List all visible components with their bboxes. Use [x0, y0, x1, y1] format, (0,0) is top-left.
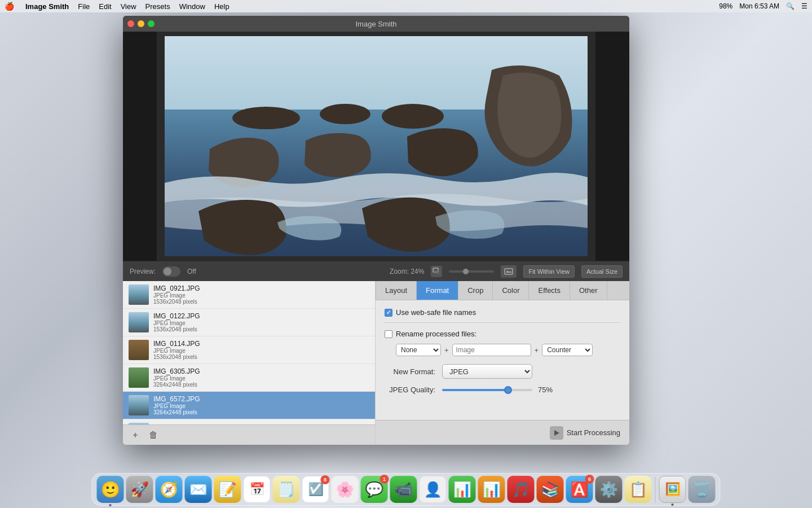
- window-title: Image Smith: [356, 20, 397, 28]
- close-button[interactable]: [127, 20, 134, 27]
- rename-label: Rename processed files:: [396, 330, 476, 338]
- dock-launchpad[interactable]: 🚀: [126, 476, 153, 503]
- traffic-lights: [127, 20, 155, 27]
- coastal-svg: [165, 36, 588, 256]
- menubar-view[interactable]: View: [121, 2, 136, 11]
- dock-numbers[interactable]: 📊: [449, 476, 476, 503]
- zoom-label: Zoom: 24%: [390, 268, 424, 275]
- dock-trash[interactable]: 🗑️: [689, 476, 716, 503]
- tab-other[interactable]: Other: [570, 281, 607, 300]
- menubar-presets[interactable]: Presets: [145, 2, 170, 11]
- quality-value: 75%: [538, 386, 558, 394]
- preview-toggle[interactable]: [162, 266, 180, 277]
- maximize-button[interactable]: [148, 20, 155, 27]
- play-triangle-icon: [554, 430, 559, 436]
- actual-size-button[interactable]: Actual Size: [581, 265, 623, 278]
- minimize-button[interactable]: [138, 20, 144, 27]
- file-info: IMG_0122.JPGJPEG Image1536x2048 pixels: [153, 312, 369, 332]
- dock-contacts[interactable]: 👤: [420, 476, 447, 503]
- tab-crop[interactable]: Crop: [458, 281, 493, 300]
- dock-systemprefs[interactable]: ⚙️: [595, 476, 623, 503]
- file-info: IMG_6305.JPGJPEG Image3264x2448 pixels: [153, 367, 369, 388]
- tab-effects[interactable]: Effects: [529, 281, 570, 300]
- plus-separator-1: +: [444, 346, 449, 354]
- dock-notes2[interactable]: 📋: [625, 476, 652, 503]
- rename-text-input[interactable]: [452, 344, 531, 356]
- file-dims: 3264x2448 pixels: [153, 382, 369, 388]
- dock-notes[interactable]: 🗒️: [273, 476, 300, 503]
- svg-point-3: [320, 104, 370, 124]
- file-info: IMG_0921.JPGJPEG Image1536x2048 pixels: [153, 284, 369, 305]
- fit-within-view-button[interactable]: Fit Within View: [523, 265, 575, 278]
- counter-select[interactable]: Counter: [542, 344, 593, 356]
- menubar-right: 98% Mon 6:53 AM 🔍 ☰: [719, 2, 807, 10]
- menubar: 🍎 Image Smith File Edit View Presets Win…: [0, 0, 812, 12]
- file-list-item[interactable]: IMG_0921.JPGJPEG Image1536x2048 pixels: [123, 281, 375, 309]
- file-name: IMG_0921.JPG: [153, 284, 369, 292]
- search-icon[interactable]: 🔍: [786, 2, 795, 10]
- dock-keynote[interactable]: 📊: [478, 476, 505, 503]
- dock-itunes[interactable]: 🎵: [508, 476, 535, 503]
- dock-reminders[interactable]: ☑️ 8: [302, 476, 329, 503]
- start-processing-label: Start Processing: [567, 428, 620, 437]
- file-list-item[interactable]: IMG_6305.JPGJPEG Image3264x2448 pixels: [123, 364, 375, 392]
- file-name: IMG_6305.JPG: [153, 367, 369, 375]
- dock-stickies[interactable]: 📝: [214, 476, 241, 503]
- zoom-icon: [431, 266, 442, 277]
- remove-file-button[interactable]: 🗑: [147, 428, 160, 442]
- web-safe-checkbox[interactable]: [385, 309, 392, 317]
- rename-prefix-select[interactable]: None: [396, 344, 441, 356]
- menubar-edit[interactable]: Edit: [99, 2, 111, 11]
- dock-books[interactable]: 📚: [537, 476, 564, 503]
- dock-messages[interactable]: 💬 1: [361, 476, 388, 503]
- file-thumbnail: [129, 340, 149, 360]
- dock-finder[interactable]: 🙂: [97, 476, 124, 503]
- plus-separator-2: +: [535, 346, 539, 354]
- file-name: IMG_0122.JPG: [153, 312, 369, 320]
- menubar-help[interactable]: Help: [214, 2, 230, 11]
- file-list-item[interactable]: IMG_0114.JPGJPEG Image1536x2048 pixels: [123, 336, 375, 364]
- menubar-app-name[interactable]: Image Smith: [25, 2, 69, 11]
- svg-point-2: [232, 107, 300, 129]
- format-select[interactable]: JPEG: [442, 364, 532, 379]
- dock-mail[interactable]: ✉️: [185, 476, 212, 503]
- apple-menu[interactable]: 🍎: [5, 2, 14, 11]
- zoom-slider[interactable]: [449, 270, 494, 273]
- file-list-toolbar: + 🗑: [123, 424, 375, 445]
- file-dims: 1536x2048 pixels: [153, 326, 369, 332]
- quality-slider[interactable]: [442, 389, 532, 391]
- svg-rect-6: [435, 270, 440, 274]
- tab-color[interactable]: Color: [493, 281, 529, 300]
- notification-icon[interactable]: ☰: [801, 2, 807, 10]
- file-list-item[interactable]: IMG_0122.JPGJPEG Image1536x2048 pixels: [123, 309, 375, 336]
- preview-right-panel: [595, 32, 629, 261]
- menubar-window[interactable]: Window: [179, 2, 205, 11]
- file-name: IMG_0114.JPG: [153, 340, 369, 348]
- quality-label: JPEG Quality:: [385, 386, 435, 394]
- dock-facetime[interactable]: 📹: [390, 476, 417, 503]
- rename-checkbox[interactable]: [385, 330, 392, 338]
- tab-layout[interactable]: Layout: [376, 281, 417, 300]
- preview-left-panel: [123, 32, 157, 261]
- dock-photos[interactable]: 🌸: [332, 476, 359, 503]
- app-window: Image Smith: [123, 16, 629, 445]
- menubar-file[interactable]: File: [78, 2, 90, 11]
- file-type: JPEG Image: [153, 375, 369, 382]
- reminders-badge: 8: [321, 475, 330, 484]
- dock-calendar[interactable]: 📅: [244, 476, 271, 503]
- zoom-image-icon[interactable]: [501, 265, 517, 278]
- dock-safari[interactable]: 🧭: [156, 476, 183, 503]
- quality-slider-container: 75%: [442, 386, 558, 394]
- appstore-badge: 6: [585, 475, 594, 484]
- file-list-item[interactable]: IMG_6611.JPGJPEG Image: [123, 419, 375, 424]
- dock-imagesmith[interactable]: 🖼️: [659, 476, 686, 503]
- tab-format[interactable]: Format: [417, 281, 458, 300]
- file-list-item[interactable]: IMG_6572.JPGJPEG Image3264x2448 pixels: [123, 392, 375, 419]
- bottom-panel: IMG_0921.JPGJPEG Image1536x2048 pixelsIM…: [123, 281, 629, 445]
- file-thumbnail: [129, 284, 149, 305]
- messages-badge: 1: [380, 475, 389, 484]
- dock-appstore[interactable]: 🅰️ 6: [566, 476, 593, 503]
- start-processing-button[interactable]: Start Processing: [550, 426, 620, 440]
- file-name: IMG_6572.JPG: [153, 395, 369, 403]
- add-file-button[interactable]: +: [129, 428, 142, 442]
